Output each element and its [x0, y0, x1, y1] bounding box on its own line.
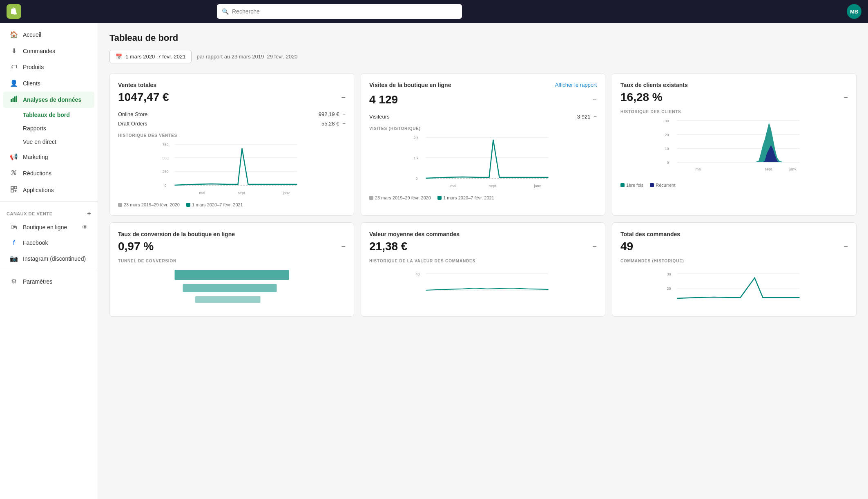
card-ventes: Ventes totales 1047,47 € − Online Store … — [109, 73, 354, 216]
sidebar-item-produits[interactable]: 🏷 Produits — [3, 59, 94, 75]
svg-rect-0 — [11, 99, 12, 102]
sidebar-label-rapports: Rapports — [23, 125, 46, 132]
page-title: Tableau de bord — [109, 33, 857, 43]
ventes-value: 1047,47 € − — [118, 91, 346, 104]
sidebar-divider-2 — [0, 270, 98, 270]
applications-icon — [10, 186, 18, 194]
ventes-chart-label: HISTORIQUE DES VENTES — [118, 133, 346, 138]
visites-row-1: Visiteurs 3 921 − — [369, 112, 597, 121]
svg-text:0: 0 — [416, 177, 418, 181]
svg-text:2 k: 2 k — [414, 136, 419, 140]
sidebar-label-reductions: Réductions — [23, 170, 51, 177]
clients-value: 16,28 % − — [620, 91, 848, 104]
svg-text:sept.: sept. — [765, 167, 773, 171]
svg-text:0: 0 — [667, 161, 669, 165]
ventes-row-2-value: 55,28 € − — [321, 121, 346, 127]
sidebar-label-instagram: Instagram (discontinued) — [23, 255, 86, 262]
sidebar-label-marketing: Marketing — [23, 154, 48, 160]
reductions-icon — [10, 169, 18, 177]
svg-text:250: 250 — [163, 170, 169, 174]
boutique-eye-icon[interactable]: 👁 — [82, 224, 88, 230]
clients-minus[interactable]: − — [843, 93, 848, 102]
sidebar-label-boutique: Boutique en ligne — [23, 224, 67, 230]
add-channel-icon[interactable]: + — [87, 210, 91, 217]
avatar[interactable]: MB — [847, 4, 861, 19]
valeur-title: Valeur moyenne des commandes — [369, 231, 597, 237]
date-compare-text: par rapport au 23 mars 2019–29 févr. 202… — [196, 54, 297, 60]
sidebar-item-tableaux[interactable]: Tableaux de bord — [3, 108, 94, 121]
clients-icon: 👤 — [10, 79, 18, 87]
analytics-icon — [10, 96, 18, 104]
svg-text:40: 40 — [416, 272, 420, 276]
svg-text:750: 750 — [163, 143, 169, 147]
sidebar-item-boutique[interactable]: 🛍 Boutique en ligne 👁 — [3, 219, 94, 235]
valeur-chart-label: HISTORIQUE DE LA VALEUR DES COMMANDES — [369, 259, 597, 263]
valeur-value: 21,38 € − — [369, 240, 597, 253]
svg-rect-1 — [13, 98, 14, 102]
visites-link[interactable]: Afficher le rapport — [555, 82, 597, 88]
conversion-chart-label: TUNNEL DE CONVERSION — [118, 259, 346, 263]
svg-rect-2 — [14, 96, 16, 102]
calendar-icon: 📅 — [116, 54, 122, 60]
ventes-minus[interactable]: − — [341, 93, 346, 102]
commandes-value: 49 − — [620, 240, 848, 253]
card-valeur: Valeur moyenne des commandes 21,38 € − H… — [361, 222, 605, 317]
canaux-section-label: CANAUX DE VENTE + — [0, 205, 98, 219]
settings-icon: ⚙ — [10, 277, 18, 285]
sidebar-item-instagram[interactable]: 📷 Instagram (discontinued) — [3, 251, 94, 266]
conversion-minus[interactable]: − — [341, 242, 346, 251]
sidebar-item-commandes[interactable]: ⬇ Commandes — [3, 43, 94, 59]
marketing-icon: 📢 — [10, 153, 18, 161]
conversion-chart — [118, 266, 346, 308]
svg-point-5 — [14, 173, 16, 175]
topbar: 🔍 MB — [0, 0, 868, 23]
commandes-minus[interactable]: − — [843, 242, 848, 251]
sidebar-item-analyses[interactable]: Analyses de données — [3, 92, 94, 108]
boutique-icon: 🛍 — [10, 224, 18, 231]
svg-text:30: 30 — [665, 119, 669, 123]
sidebar-label-facebook: Facebook — [23, 239, 48, 246]
sidebar-item-applications[interactable]: Applications — [3, 182, 94, 198]
visites-legend-prev: 23 mars 2019–29 févr. 2020 — [369, 195, 431, 200]
ventes-row-2-dash: − — [342, 121, 346, 127]
sidebar-item-parametres[interactable]: ⚙ Paramètres — [3, 273, 94, 289]
svg-text:sept.: sept. — [238, 191, 246, 195]
products-icon: 🏷 — [10, 63, 18, 71]
svg-text:janv.: janv. — [283, 191, 290, 195]
conversion-value: 0,97 % − — [118, 240, 346, 253]
search-icon: 🔍 — [222, 8, 229, 15]
sidebar: 🏠 Accueil ⬇ Commandes 🏷 Produits 👤 Clien… — [0, 23, 98, 499]
sidebar-item-rapports[interactable]: Rapports — [3, 122, 94, 135]
clients-legend: 1ère fois Récurrent — [620, 183, 848, 188]
visites-chart-label: VISITES (HISTORIQUE) — [369, 126, 597, 131]
card-conversion: Taux de conversion de la boutique en lig… — [109, 222, 354, 317]
svg-rect-7 — [11, 186, 13, 189]
sidebar-item-vuedirect[interactable]: Vue en direct — [3, 135, 94, 148]
sidebar-label-commandes: Commandes — [23, 48, 55, 54]
card-commandes: Total des commandes 49 − COMMANDES (HIST… — [612, 222, 857, 317]
sidebar-item-clients[interactable]: 👤 Clients — [3, 75, 94, 91]
commandes-chart-label: COMMANDES (HISTORIQUE) — [620, 259, 848, 263]
main-content: Tableau de bord 📅 1 mars 2020–7 févr. 20… — [98, 23, 868, 499]
ventes-row-1-dash: − — [342, 111, 346, 117]
sidebar-label-parametres: Paramètres — [23, 278, 52, 285]
visites-minus[interactable]: − — [592, 96, 597, 104]
sidebar-item-facebook[interactable]: f Facebook — [3, 235, 94, 250]
date-range-button[interactable]: 📅 1 mars 2020–7 févr. 2021 — [109, 50, 192, 63]
clients-title: Taux de clients existants — [620, 82, 848, 88]
visites-value: 4 129 − — [369, 93, 597, 106]
sidebar-item-reductions[interactable]: Réductions — [3, 165, 94, 181]
sidebar-label-tableaux: Tableaux de bord — [23, 112, 70, 118]
svg-rect-3 — [16, 96, 18, 102]
sidebar-label-applications: Applications — [23, 187, 54, 193]
sidebar-item-accueil[interactable]: 🏠 Accueil — [3, 27, 94, 43]
valeur-chart: 40 — [369, 266, 597, 308]
sidebar-item-marketing[interactable]: 📢 Marketing — [3, 149, 94, 165]
valeur-minus[interactable]: − — [592, 242, 597, 251]
visites-title: Visites de la boutique en ligne — [369, 82, 451, 88]
clients-legend-recurrent: Récurrent — [650, 183, 675, 188]
svg-rect-9 — [11, 190, 13, 192]
clients-chart-label: HISTORIQUE DES CLIENTS — [620, 110, 848, 114]
svg-text:mai: mai — [451, 184, 457, 188]
search-input[interactable] — [232, 8, 457, 15]
